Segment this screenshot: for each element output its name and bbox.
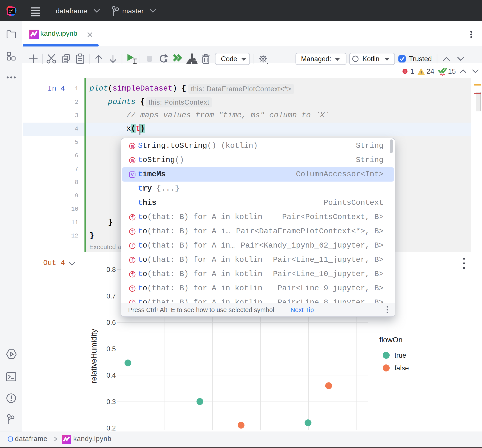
svg-text:0.5: 0.5 [106,345,116,353]
svg-text:false: false [394,364,409,372]
svg-text:0.2: 0.2 [106,424,116,432]
svg-text:f: f [131,286,134,292]
svg-text:f: f [131,229,134,235]
svg-text:0.3: 0.3 [106,398,116,406]
svg-text:flowOn: flowOn [379,336,402,344]
svg-text:f: f [131,215,134,220]
svg-text:m: m [131,158,134,163]
svg-text:0.4: 0.4 [106,371,116,379]
svg-text:m: m [131,144,134,149]
svg-text:f: f [131,272,134,277]
svg-text:0.8: 0.8 [106,266,116,274]
svg-text:0.6: 0.6 [106,319,116,326]
svg-text:true: true [394,352,406,359]
svg-text:relativeHumidity: relativeHumidity [89,329,98,383]
svg-text:f: f [131,244,134,249]
svg-text:v: v [131,172,134,178]
svg-text:f: f [131,258,134,263]
svg-text:0.7: 0.7 [106,292,116,300]
